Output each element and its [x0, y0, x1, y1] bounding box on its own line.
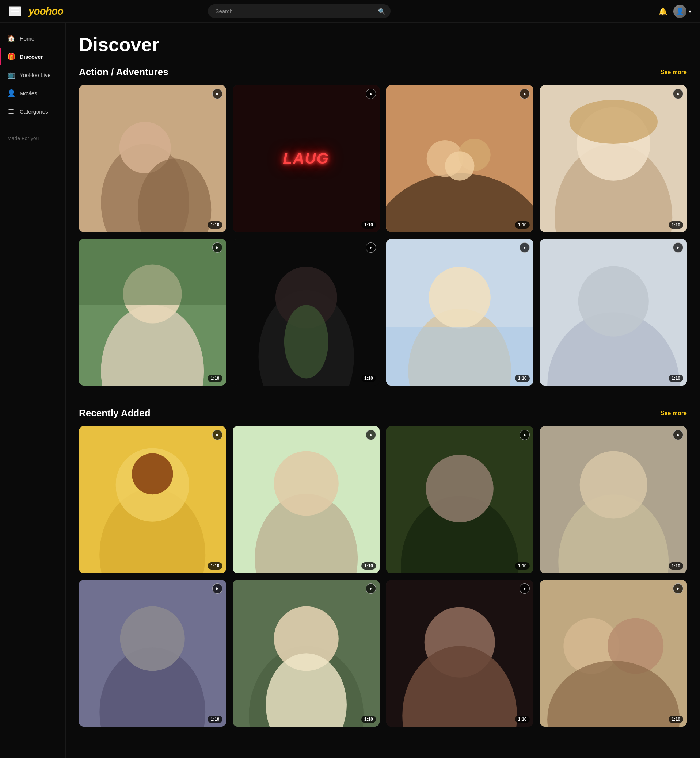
- play-button[interactable]: [212, 583, 222, 594]
- video-card[interactable]: 1:10: [386, 580, 533, 727]
- avatar-wrap[interactable]: 👤 ▾: [673, 5, 691, 18]
- thumbnail-art: [233, 239, 380, 386]
- video-card[interactable]: 1:10 LAUG: [233, 85, 380, 232]
- sidebar-nav: 🏠 Home 🎁 Discover 📺 YooHoo Live 👤 Movies…: [0, 30, 66, 120]
- notification-button[interactable]: 🔔: [658, 7, 667, 16]
- video-card[interactable]: 1:10: [540, 426, 687, 573]
- duration-badge: 1:10: [361, 221, 376, 229]
- sidebar-divider: [7, 126, 58, 126]
- play-button[interactable]: [673, 89, 683, 99]
- thumbnail-art: [540, 239, 687, 386]
- duration-badge: 1:10: [208, 716, 222, 723]
- discover-hero: Discover: [79, 34, 687, 56]
- svg-point-10: [445, 151, 475, 181]
- svg-point-46: [120, 606, 185, 671]
- play-button[interactable]: [520, 583, 530, 594]
- svg-rect-18: [79, 239, 226, 305]
- duration-badge: 1:10: [515, 716, 530, 723]
- play-button[interactable]: [366, 242, 376, 253]
- play-button[interactable]: [673, 583, 683, 594]
- thumbnail-art: [79, 239, 226, 386]
- sidebar-item-categories[interactable]: ☰ Catergories: [0, 103, 66, 120]
- duration-badge: 1:10: [208, 374, 222, 382]
- video-card[interactable]: 1:10: [540, 580, 687, 727]
- video-card[interactable]: 1:10: [233, 426, 380, 573]
- thumbnail-art: [233, 426, 380, 573]
- duration-badge: 1:10: [361, 716, 376, 723]
- play-button[interactable]: [366, 583, 376, 594]
- duration-badge: 1:10: [515, 221, 530, 229]
- sidebar-item-label: YooHoo Live: [20, 72, 51, 78]
- sidebar-item-yoohoo-live[interactable]: 📺 YooHoo Live: [0, 67, 66, 83]
- video-card[interactable]: 1:10: [386, 426, 533, 573]
- play-button[interactable]: [366, 430, 376, 440]
- video-card[interactable]: 1:10: [79, 85, 226, 232]
- sidebar-item-label: Home: [20, 36, 34, 42]
- search-icon[interactable]: 🔍: [378, 8, 386, 15]
- duration-badge: 1:10: [669, 562, 683, 569]
- duration-badge: 1:10: [669, 716, 683, 723]
- svg-point-36: [273, 451, 338, 516]
- svg-point-39: [426, 455, 494, 522]
- video-card[interactable]: 1:10: [540, 85, 687, 232]
- header-right: 🔔 👤 ▾: [658, 5, 691, 18]
- svg-point-33: [132, 453, 173, 494]
- video-card[interactable]: 1:10: [386, 239, 533, 386]
- thumbnail-art: [540, 580, 687, 727]
- duration-badge: 1:10: [208, 562, 222, 569]
- svg-point-14: [569, 100, 658, 144]
- video-card[interactable]: 1:10: [386, 85, 533, 232]
- svg-rect-43: [540, 426, 687, 573]
- section-header-action: Action / Adventures See more: [79, 67, 687, 78]
- duration-badge: 1:10: [208, 221, 222, 229]
- sidebar-item-label: Catergories: [20, 108, 48, 115]
- thumbnail-art: [386, 85, 533, 232]
- play-button[interactable]: [212, 430, 222, 440]
- video-card[interactable]: 1:10: [79, 426, 226, 573]
- neon-text: LAUG: [283, 150, 329, 167]
- play-button[interactable]: [520, 430, 530, 440]
- chevron-down-icon: ▾: [689, 8, 691, 14]
- svg-point-29: [578, 266, 648, 336]
- play-button[interactable]: [366, 89, 376, 99]
- svg-rect-26: [386, 327, 533, 385]
- sidebar-item-discover[interactable]: 🎁 Discover: [0, 48, 66, 65]
- section-title-action: Action / Adventures: [79, 67, 169, 78]
- video-card[interactable]: 1:10: [79, 239, 226, 386]
- categories-icon: ☰: [7, 108, 15, 115]
- thumbnail-art: [386, 426, 533, 573]
- play-button[interactable]: [673, 430, 683, 440]
- play-button[interactable]: [673, 242, 683, 253]
- see-more-action-button[interactable]: See more: [661, 69, 687, 76]
- play-button[interactable]: [212, 89, 222, 99]
- video-card[interactable]: 1:10: [540, 239, 687, 386]
- search-input[interactable]: [208, 5, 391, 18]
- see-more-recent-button[interactable]: See more: [661, 410, 687, 416]
- menu-button[interactable]: [9, 6, 21, 16]
- action-video-grid: 1:10 1:10 LAUG: [79, 85, 687, 385]
- svg-point-25: [429, 267, 491, 328]
- duration-badge: 1:10: [515, 562, 530, 569]
- sidebar-item-label: Discover: [20, 54, 43, 60]
- tv-icon: 📺: [7, 71, 15, 79]
- sidebar-item-label: Movies: [20, 90, 37, 97]
- thumbnail-art: [233, 580, 380, 727]
- thumbnail-art: [79, 85, 226, 232]
- thumbnail-art: [79, 426, 226, 573]
- discover-icon: 🎁: [7, 53, 15, 61]
- section-header-recent: Recently Added See more: [79, 407, 687, 419]
- play-button[interactable]: [520, 89, 530, 99]
- play-button[interactable]: [520, 242, 530, 253]
- sidebar-item-movies[interactable]: 👤 Movies: [0, 85, 66, 101]
- svg-point-22: [284, 305, 328, 378]
- video-card[interactable]: 1:10: [233, 580, 380, 727]
- thumbnail-art: [79, 580, 226, 727]
- video-card[interactable]: 1:10: [233, 239, 380, 386]
- sidebar-item-home[interactable]: 🏠 Home: [0, 30, 66, 47]
- thumbnail-art: [540, 426, 687, 573]
- video-card[interactable]: 1:10: [79, 580, 226, 727]
- thumbnail-art: [386, 239, 533, 386]
- search-bar: 🔍: [208, 5, 391, 18]
- main-content: Discover Action / Adventures See more 1:…: [66, 23, 700, 758]
- play-button[interactable]: [212, 242, 222, 253]
